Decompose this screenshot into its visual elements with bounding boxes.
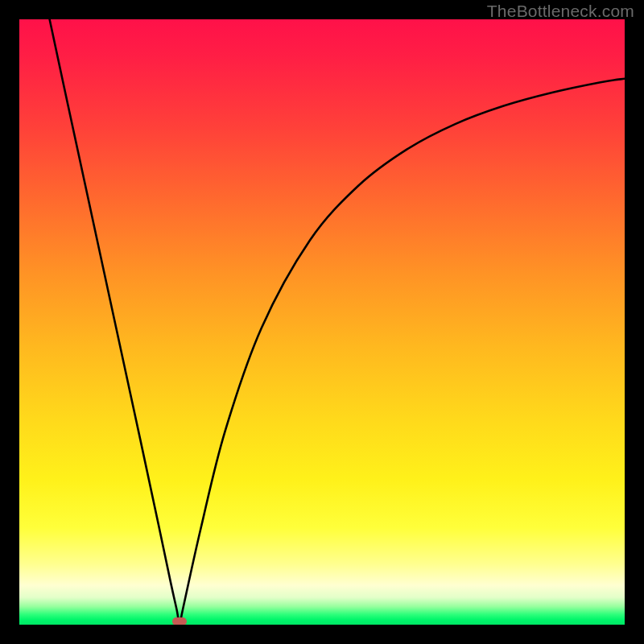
bottleneck-curve bbox=[19, 19, 625, 625]
minimum-marker bbox=[172, 617, 187, 625]
plot-area bbox=[19, 19, 625, 625]
chart-container: TheBottleneck.com bbox=[0, 0, 644, 644]
watermark-text: TheBottleneck.com bbox=[487, 2, 634, 21]
